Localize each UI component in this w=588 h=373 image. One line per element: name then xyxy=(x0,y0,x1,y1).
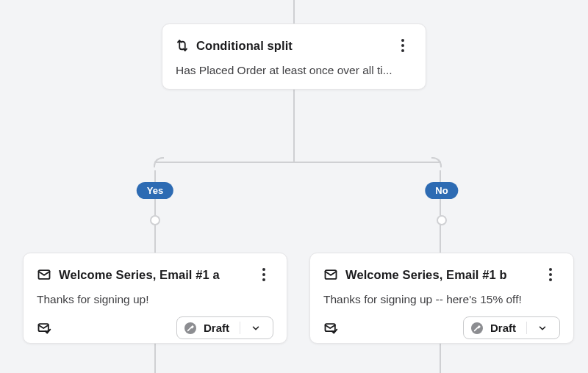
node-menu-button[interactable] xyxy=(393,36,412,55)
email-preview-text: Thanks for signing up -- here's 15% off! xyxy=(323,293,560,306)
mail-sent-icon xyxy=(323,321,338,336)
node-title: Conditional split xyxy=(196,39,293,53)
kebab-icon xyxy=(549,268,552,281)
mail-sent-icon xyxy=(37,321,51,336)
status-dropdown[interactable]: Draft xyxy=(176,316,273,339)
connector-line xyxy=(293,90,295,162)
status-label: Draft xyxy=(204,322,229,334)
connector-line xyxy=(293,0,295,23)
email-node-b[interactable]: Welcome Series, Email #1 b Thanks for si… xyxy=(309,253,574,344)
connector-line xyxy=(154,344,156,373)
flow-canvas: Yes No Conditional split Has Placed Orde… xyxy=(0,0,588,373)
conditional-split-node[interactable]: Conditional split Has Placed Order at le… xyxy=(162,23,426,90)
connector-line xyxy=(440,344,441,373)
branch-label-yes: Yes xyxy=(137,182,173,199)
mail-icon xyxy=(37,267,51,282)
node-title: Welcome Series, Email #1 b xyxy=(345,268,507,282)
connector-node xyxy=(437,215,447,225)
connector-line xyxy=(154,162,441,163)
chevron-down-icon xyxy=(240,322,265,334)
chevron-down-icon xyxy=(526,322,552,334)
draft-status-icon xyxy=(471,322,483,334)
branch-label-no: No xyxy=(425,182,458,199)
kebab-icon xyxy=(262,268,265,281)
split-arrows-icon xyxy=(176,39,189,52)
status-label: Draft xyxy=(490,322,516,334)
kebab-icon xyxy=(401,39,404,52)
node-menu-button[interactable] xyxy=(254,265,273,284)
email-preview-text: Thanks for signing up! xyxy=(37,293,273,306)
split-condition-text: Has Placed Order at least once over all … xyxy=(176,64,412,77)
mail-icon xyxy=(323,267,338,282)
email-node-a[interactable]: Welcome Series, Email #1 a Thanks for si… xyxy=(23,253,287,344)
node-menu-button[interactable] xyxy=(541,265,560,284)
draft-status-icon xyxy=(184,322,196,334)
status-dropdown[interactable]: Draft xyxy=(463,316,560,339)
node-title: Welcome Series, Email #1 a xyxy=(59,268,220,282)
connector-node xyxy=(150,215,160,225)
